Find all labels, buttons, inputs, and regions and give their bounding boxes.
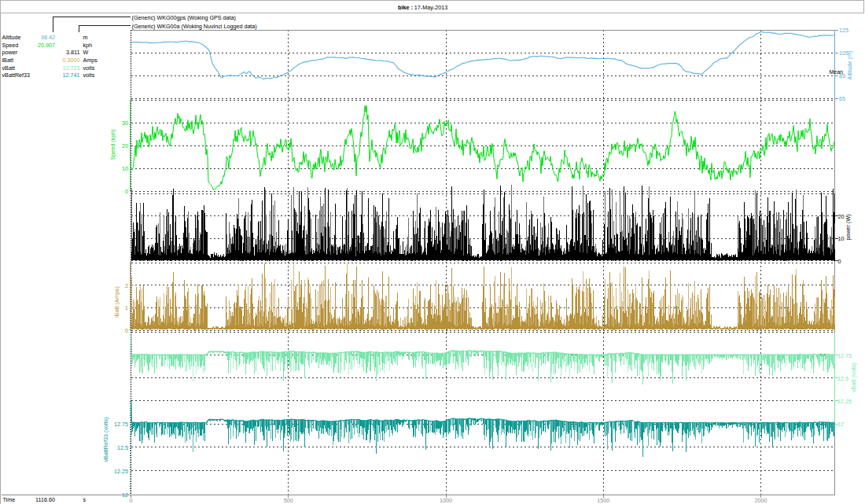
svg-text:Speed (kph): Speed (kph) <box>109 129 116 160</box>
svg-text:Time: Time <box>3 496 16 503</box>
svg-text:12.25: 12.25 <box>114 468 128 475</box>
svg-text:12.75: 12.75 <box>114 421 128 428</box>
svg-text:(Generic) WKG00a (Woking Nuvin: (Generic) WKG00a (Woking Nuvinci Logged … <box>132 23 257 30</box>
svg-text:(Generic) WKG00gps (Woking GPS: (Generic) WKG00gps (Woking GPS data) <box>132 14 236 21</box>
svg-text:20: 20 <box>122 142 128 149</box>
svg-text:1116.60: 1116.60 <box>35 496 55 503</box>
svg-text:s: s <box>83 496 86 503</box>
svg-text:0: 0 <box>838 258 841 265</box>
svg-text:Mean: Mean <box>830 69 844 75</box>
svg-text:500: 500 <box>284 497 293 504</box>
svg-text:12.25: 12.25 <box>837 398 852 405</box>
svg-text:12.75: 12.75 <box>837 352 852 359</box>
svg-text:Amps: Amps <box>83 57 98 64</box>
svg-text:12: 12 <box>122 491 128 498</box>
svg-text:3.811: 3.811 <box>66 49 79 56</box>
svg-text:vBatt: vBatt <box>2 64 15 72</box>
svg-text:12.741: 12.741 <box>63 72 80 79</box>
svg-text:bike : 17-May-2013: bike : 17-May-2013 <box>398 4 447 11</box>
svg-text:12: 12 <box>837 421 844 428</box>
svg-text:iBatt: iBatt <box>2 57 13 64</box>
svg-text:vBattRef33: vBattRef33 <box>2 72 31 79</box>
svg-text:Speed: Speed <box>2 42 19 49</box>
svg-text:20.907: 20.907 <box>38 42 55 49</box>
svg-text:0: 0 <box>130 497 133 504</box>
svg-text:0: 0 <box>125 188 128 195</box>
svg-text:1: 1 <box>125 304 128 311</box>
svg-text:Altitude (m): Altitude (m) <box>846 51 853 80</box>
svg-text:30: 30 <box>122 120 128 127</box>
svg-text:iBatt (Amps): iBatt (Amps) <box>113 286 120 318</box>
svg-text:10: 10 <box>838 235 845 242</box>
svg-text:2: 2 <box>125 282 128 289</box>
svg-text:volts: volts <box>83 72 95 79</box>
svg-text:125: 125 <box>839 27 848 34</box>
svg-text:power (W): power (W) <box>845 214 852 240</box>
svg-text:12.5: 12.5 <box>837 375 848 382</box>
svg-text:1000: 1000 <box>440 497 452 504</box>
svg-text:10: 10 <box>122 165 128 172</box>
svg-text:65: 65 <box>839 95 845 102</box>
svg-text:12.5: 12.5 <box>117 444 128 451</box>
svg-text:power: power <box>2 49 18 56</box>
svg-text:m: m <box>83 34 88 41</box>
svg-text:vBattRef33 (volts): vBattRef33 (volts) <box>102 417 109 462</box>
svg-text:12.723: 12.723 <box>63 64 80 72</box>
svg-text:0: 0 <box>125 327 128 334</box>
svg-text:1500: 1500 <box>597 497 609 504</box>
svg-text:volts: volts <box>83 64 95 72</box>
svg-text:0.3000: 0.3000 <box>63 57 80 64</box>
svg-text:W: W <box>83 49 89 56</box>
svg-text:Altitude: Altitude <box>2 34 21 41</box>
svg-text:98.42: 98.42 <box>41 34 55 41</box>
svg-text:vBatt (volts): vBatt (volts) <box>850 362 857 392</box>
svg-text:2000: 2000 <box>755 497 767 504</box>
svg-text:kph: kph <box>83 42 93 49</box>
svg-text:20: 20 <box>838 213 845 220</box>
